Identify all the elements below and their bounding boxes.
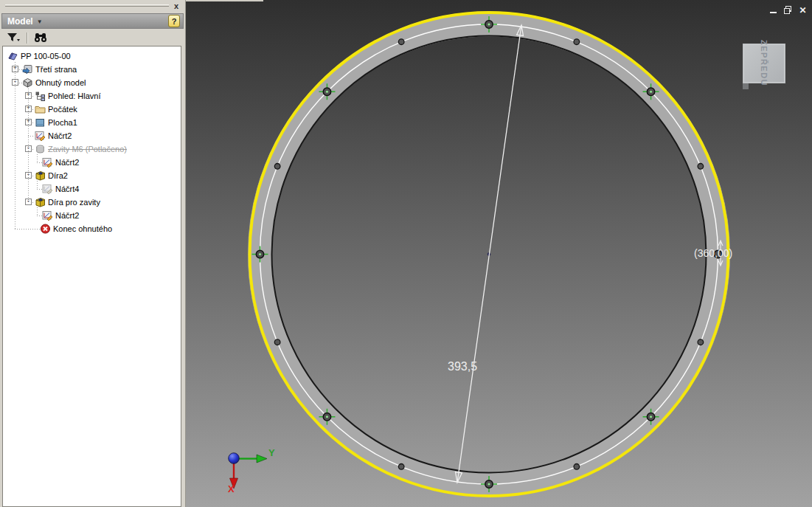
sketch-shared-icon xyxy=(42,184,53,194)
thread-suppressed-icon xyxy=(35,144,46,154)
tree-item-label: Počátek xyxy=(48,105,77,114)
restore-icon-front xyxy=(784,8,790,14)
origin-sphere xyxy=(229,453,240,464)
derived-part-icon xyxy=(22,64,33,75)
tree-item-konec-ohnut-ho[interactable]: Konec ohnutého xyxy=(3,222,181,235)
tree-item-ohnut-model[interactable]: Ohnutý model xyxy=(3,76,181,89)
small-hole[interactable] xyxy=(574,39,580,45)
toolbar-separator xyxy=(27,32,28,44)
funnel-filter-icon[interactable] xyxy=(6,32,22,44)
binoculars-glyph xyxy=(33,32,48,44)
tree-trunk-line xyxy=(37,154,38,162)
reference-dimension-value[interactable]: (360,00) xyxy=(694,247,732,259)
close-button[interactable]: ✕ xyxy=(797,4,808,15)
small-hole[interactable] xyxy=(274,339,280,345)
origin-folder-icon xyxy=(35,104,46,114)
tree-item-label: Náčrt4 xyxy=(55,184,79,193)
panel-title: Model xyxy=(7,16,33,27)
restore-button[interactable] xyxy=(782,4,794,15)
panel-header[interactable]: Model ▼ ? xyxy=(1,13,184,29)
model-tree: PP 100-05-00Třetí strana+Ohnutý model-Po… xyxy=(2,46,181,507)
binoculars-find-icon[interactable] xyxy=(32,32,49,44)
chevron-down-icon[interactable]: ▼ xyxy=(37,18,43,25)
tree-item-n-rt2[interactable]: Náčrt2 xyxy=(3,156,181,169)
tree-trunk-line xyxy=(15,62,15,229)
surface-icon xyxy=(35,117,46,128)
small-hole[interactable] xyxy=(698,339,704,345)
y-axis-arrow xyxy=(257,455,267,463)
tree-item-label: Ohnutý model xyxy=(35,78,86,87)
small-hole[interactable] xyxy=(274,163,280,169)
tree-item-label: PP 100-05-00 xyxy=(21,52,71,61)
tree-item-label: Díra2 xyxy=(48,171,68,180)
sketch-icon xyxy=(42,210,53,221)
tree-item-label: Třetí strana xyxy=(35,65,77,74)
panel-drag-grip[interactable] xyxy=(5,4,169,7)
diameter-dimension-line[interactable] xyxy=(456,25,524,483)
tree-item-label: Plocha1 xyxy=(48,118,77,127)
x-axis-label: X xyxy=(228,483,235,494)
tree-item-label: Náčrt2 xyxy=(55,211,79,220)
tree-trunk-line xyxy=(28,89,29,202)
panel-toolbar xyxy=(1,30,184,45)
tree-trunk-line xyxy=(37,181,38,189)
tree-item-n-rt2[interactable]: Náčrt2 xyxy=(3,209,181,222)
tree-item-n-rt2[interactable]: Náčrt2 xyxy=(3,129,181,142)
tree-item-label: Pohled: Hlavní xyxy=(48,92,101,100)
small-hole[interactable] xyxy=(398,463,404,469)
panel-close-icon[interactable]: x xyxy=(171,1,181,11)
sketch-icon xyxy=(42,157,53,168)
model-browser-panel: x Model ▼ ? PP 100-05-00Třetí strana+ xyxy=(0,0,186,507)
small-hole[interactable] xyxy=(574,463,580,469)
tree-item-pp-100-05-00[interactable]: PP 100-05-00 xyxy=(3,49,181,63)
help-button[interactable]: ? xyxy=(168,15,180,27)
end-of-part-icon xyxy=(40,224,51,234)
diameter-dimension-value[interactable]: 393,5 xyxy=(448,360,477,373)
minimize-icon xyxy=(770,12,777,13)
tree-item-label: Konec ohnutého xyxy=(53,224,112,233)
y-axis-label: Y xyxy=(268,447,275,458)
tree-item-t-et-strana[interactable]: Třetí strana xyxy=(3,63,181,76)
hole-icon xyxy=(35,170,46,181)
tree-item-label: Náčrt2 xyxy=(55,158,79,167)
graphics-viewport[interactable]: 393,5 (360,00) ZEPŘEDU ✕ Y X xyxy=(186,0,812,507)
small-hole[interactable] xyxy=(398,39,404,45)
view-rep-icon xyxy=(35,91,46,101)
tree-item-label: Zavity M6 (Potlačeno) xyxy=(48,145,127,154)
view-cube[interactable]: ZEPŘEDU xyxy=(743,44,785,83)
tree-trunk-line xyxy=(37,207,38,215)
tree-item-label: Díra pro zavity xyxy=(48,198,100,207)
minimize-button[interactable] xyxy=(768,4,779,15)
window-edge-strip xyxy=(186,0,263,1)
view-cube-face-label: ZEPŘEDU xyxy=(760,40,768,86)
funnel-filter-glyph xyxy=(7,32,21,44)
solid-body-icon xyxy=(22,77,33,88)
tree-item-n-rt4[interactable]: Náčrt4 xyxy=(3,182,181,196)
tree-item-label: Náčrt2 xyxy=(48,131,72,140)
part-root-icon xyxy=(7,51,18,61)
sketch-icon xyxy=(35,131,46,141)
view-cube-corner[interactable] xyxy=(743,83,749,89)
small-hole[interactable] xyxy=(698,163,704,169)
hole-icon xyxy=(35,197,46,207)
